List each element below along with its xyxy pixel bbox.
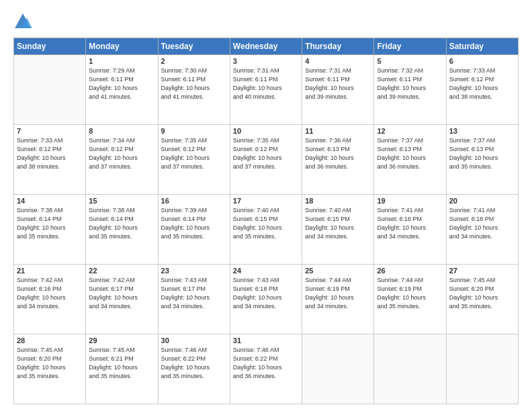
day-number: 26 xyxy=(377,267,443,275)
day-number: 27 xyxy=(449,267,515,275)
calendar-cell: 7Sunrise: 7:33 AM Sunset: 6:12 PM Daylig… xyxy=(14,125,86,195)
day-number: 18 xyxy=(305,197,371,205)
calendar-cell: 21Sunrise: 7:42 AM Sunset: 6:16 PM Dayli… xyxy=(14,265,86,334)
day-info: Sunrise: 7:43 AM Sunset: 6:18 PM Dayligh… xyxy=(233,276,299,311)
day-number: 28 xyxy=(17,336,83,345)
day-info: Sunrise: 7:45 AM Sunset: 6:21 PM Dayligh… xyxy=(89,346,154,381)
week-row-2: 7Sunrise: 7:33 AM Sunset: 6:12 PM Daylig… xyxy=(14,125,519,195)
day-info: Sunrise: 7:43 AM Sunset: 6:17 PM Dayligh… xyxy=(161,276,227,311)
calendar-cell: 22Sunrise: 7:42 AM Sunset: 6:17 PM Dayli… xyxy=(86,265,158,334)
day-number: 5 xyxy=(377,57,443,65)
day-info: Sunrise: 7:41 AM Sunset: 6:16 PM Dayligh… xyxy=(449,206,515,241)
day-number: 1 xyxy=(89,57,154,65)
calendar-cell: 29Sunrise: 7:45 AM Sunset: 6:21 PM Dayli… xyxy=(86,334,158,404)
day-number: 16 xyxy=(161,197,227,205)
day-number: 7 xyxy=(17,127,83,135)
calendar-cell: 9Sunrise: 7:35 AM Sunset: 6:12 PM Daylig… xyxy=(158,125,230,195)
calendar-cell: 3Sunrise: 7:31 AM Sunset: 6:11 PM Daylig… xyxy=(230,55,302,125)
day-info: Sunrise: 7:35 AM Sunset: 6:12 PM Dayligh… xyxy=(161,136,227,171)
day-number: 15 xyxy=(89,197,154,205)
day-number: 24 xyxy=(233,267,299,275)
weekday-header-wednesday: Wednesday xyxy=(230,38,302,55)
day-info: Sunrise: 7:45 AM Sunset: 6:20 PM Dayligh… xyxy=(17,346,83,381)
day-info: Sunrise: 7:38 AM Sunset: 6:14 PM Dayligh… xyxy=(17,206,83,241)
day-info: Sunrise: 7:40 AM Sunset: 6:15 PM Dayligh… xyxy=(233,206,299,241)
day-number: 9 xyxy=(161,127,227,135)
calendar-cell: 15Sunrise: 7:38 AM Sunset: 6:14 PM Dayli… xyxy=(86,195,158,265)
calendar-cell: 5Sunrise: 7:32 AM Sunset: 6:11 PM Daylig… xyxy=(374,55,446,125)
calendar-cell: 17Sunrise: 7:40 AM Sunset: 6:15 PM Dayli… xyxy=(230,195,302,265)
weekday-header-friday: Friday xyxy=(374,38,446,55)
header xyxy=(13,12,519,31)
day-info: Sunrise: 7:44 AM Sunset: 6:19 PM Dayligh… xyxy=(305,276,371,311)
day-number: 22 xyxy=(89,267,154,275)
calendar-cell xyxy=(302,334,374,404)
day-info: Sunrise: 7:29 AM Sunset: 6:11 PM Dayligh… xyxy=(89,66,154,101)
calendar-cell: 13Sunrise: 7:37 AM Sunset: 6:13 PM Dayli… xyxy=(446,125,518,195)
calendar-cell: 8Sunrise: 7:34 AM Sunset: 6:12 PM Daylig… xyxy=(86,125,158,195)
day-info: Sunrise: 7:46 AM Sunset: 6:22 PM Dayligh… xyxy=(233,346,299,381)
week-row-3: 14Sunrise: 7:38 AM Sunset: 6:14 PM Dayli… xyxy=(14,195,519,265)
day-number: 17 xyxy=(233,197,299,205)
day-number: 20 xyxy=(449,197,515,205)
calendar-cell: 20Sunrise: 7:41 AM Sunset: 6:16 PM Dayli… xyxy=(446,195,518,265)
calendar-cell: 14Sunrise: 7:38 AM Sunset: 6:14 PM Dayli… xyxy=(14,195,86,265)
day-number: 19 xyxy=(377,197,443,205)
day-info: Sunrise: 7:41 AM Sunset: 6:16 PM Dayligh… xyxy=(377,206,443,241)
day-info: Sunrise: 7:34 AM Sunset: 6:12 PM Dayligh… xyxy=(89,136,154,171)
day-number: 25 xyxy=(305,267,371,275)
weekday-header-sunday: Sunday xyxy=(14,38,86,55)
day-number: 31 xyxy=(233,336,299,345)
day-number: 21 xyxy=(17,267,83,275)
day-info: Sunrise: 7:37 AM Sunset: 6:13 PM Dayligh… xyxy=(449,136,515,171)
day-number: 14 xyxy=(17,197,83,205)
day-number: 2 xyxy=(161,57,227,65)
day-number: 30 xyxy=(161,336,227,345)
day-info: Sunrise: 7:30 AM Sunset: 6:11 PM Dayligh… xyxy=(161,66,227,101)
day-number: 29 xyxy=(89,336,154,345)
day-info: Sunrise: 7:36 AM Sunset: 6:13 PM Dayligh… xyxy=(305,136,371,171)
day-info: Sunrise: 7:40 AM Sunset: 6:15 PM Dayligh… xyxy=(305,206,371,241)
calendar-cell: 31Sunrise: 7:46 AM Sunset: 6:22 PM Dayli… xyxy=(230,334,302,404)
calendar-cell: 10Sunrise: 7:35 AM Sunset: 6:12 PM Dayli… xyxy=(230,125,302,195)
calendar-cell: 4Sunrise: 7:31 AM Sunset: 6:11 PM Daylig… xyxy=(302,55,374,125)
calendar-cell xyxy=(446,334,518,404)
weekday-header-tuesday: Tuesday xyxy=(158,38,230,55)
weekday-header-saturday: Saturday xyxy=(446,38,518,55)
day-number: 12 xyxy=(377,127,443,135)
day-info: Sunrise: 7:31 AM Sunset: 6:11 PM Dayligh… xyxy=(305,66,371,101)
calendar-cell: 6Sunrise: 7:33 AM Sunset: 6:12 PM Daylig… xyxy=(446,55,518,125)
calendar-cell: 26Sunrise: 7:44 AM Sunset: 6:19 PM Dayli… xyxy=(374,265,446,334)
day-info: Sunrise: 7:44 AM Sunset: 6:19 PM Dayligh… xyxy=(377,276,443,311)
weekday-header-monday: Monday xyxy=(86,38,158,55)
day-info: Sunrise: 7:37 AM Sunset: 6:13 PM Dayligh… xyxy=(377,136,443,171)
calendar-cell: 19Sunrise: 7:41 AM Sunset: 6:16 PM Dayli… xyxy=(374,195,446,265)
calendar-cell: 23Sunrise: 7:43 AM Sunset: 6:17 PM Dayli… xyxy=(158,265,230,334)
calendar-cell: 18Sunrise: 7:40 AM Sunset: 6:15 PM Dayli… xyxy=(302,195,374,265)
calendar-cell: 27Sunrise: 7:45 AM Sunset: 6:20 PM Dayli… xyxy=(446,265,518,334)
day-info: Sunrise: 7:42 AM Sunset: 6:17 PM Dayligh… xyxy=(89,276,154,311)
day-info: Sunrise: 7:45 AM Sunset: 6:20 PM Dayligh… xyxy=(449,276,515,311)
day-info: Sunrise: 7:39 AM Sunset: 6:14 PM Dayligh… xyxy=(161,206,227,241)
day-number: 11 xyxy=(305,127,371,135)
calendar-cell xyxy=(374,334,446,404)
calendar-cell xyxy=(14,55,86,125)
day-info: Sunrise: 7:33 AM Sunset: 6:12 PM Dayligh… xyxy=(449,66,515,101)
calendar-cell: 1Sunrise: 7:29 AM Sunset: 6:11 PM Daylig… xyxy=(86,55,158,125)
day-info: Sunrise: 7:35 AM Sunset: 6:12 PM Dayligh… xyxy=(233,136,299,171)
weekday-header-row: SundayMondayTuesdayWednesdayThursdayFrid… xyxy=(14,38,519,55)
day-info: Sunrise: 7:32 AM Sunset: 6:11 PM Dayligh… xyxy=(377,66,443,101)
page: SundayMondayTuesdayWednesdayThursdayFrid… xyxy=(0,0,532,411)
week-row-4: 21Sunrise: 7:42 AM Sunset: 6:16 PM Dayli… xyxy=(14,265,519,334)
day-number: 4 xyxy=(305,57,371,65)
calendar-table: SundayMondayTuesdayWednesdayThursdayFrid… xyxy=(13,38,519,404)
day-info: Sunrise: 7:46 AM Sunset: 6:22 PM Dayligh… xyxy=(161,346,227,381)
day-number: 10 xyxy=(233,127,299,135)
logo xyxy=(13,12,35,31)
day-info: Sunrise: 7:42 AM Sunset: 6:16 PM Dayligh… xyxy=(17,276,83,311)
calendar-cell: 2Sunrise: 7:30 AM Sunset: 6:11 PM Daylig… xyxy=(158,55,230,125)
logo-icon xyxy=(13,12,32,31)
calendar-cell: 28Sunrise: 7:45 AM Sunset: 6:20 PM Dayli… xyxy=(14,334,86,404)
day-info: Sunrise: 7:33 AM Sunset: 6:12 PM Dayligh… xyxy=(17,136,83,171)
calendar-cell: 16Sunrise: 7:39 AM Sunset: 6:14 PM Dayli… xyxy=(158,195,230,265)
